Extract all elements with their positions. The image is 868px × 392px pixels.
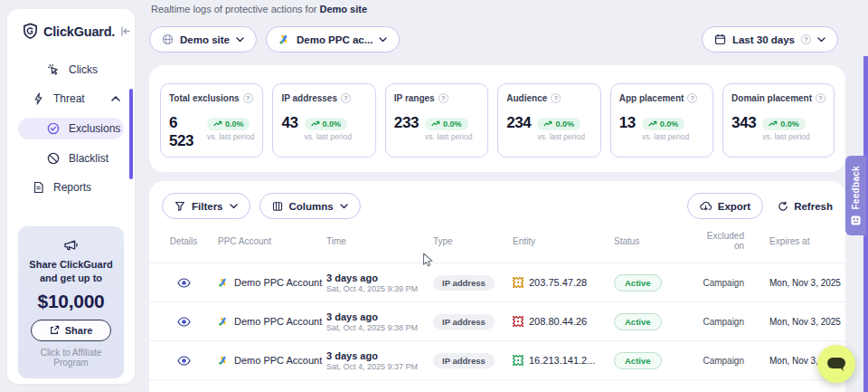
sidebar-item-exclusions[interactable]: Exclusions: [18, 118, 124, 139]
table-row[interactable]: Demo PPC Account 3 days agoSat, Oct 4, 2…: [149, 301, 845, 340]
sidebar-item-label: Exclusions: [69, 122, 120, 135]
column-header-details[interactable]: Details: [165, 236, 202, 246]
feedback-tab[interactable]: Feedback: [845, 156, 866, 235]
collapse-sidebar-icon[interactable]: [119, 25, 131, 37]
logo-text: ClickGuard.: [43, 24, 115, 39]
column-header-status[interactable]: Status: [607, 236, 697, 246]
entity-value: 16.213.141.2...: [529, 355, 595, 366]
stat-label: Audience: [506, 93, 547, 103]
column-header-ppc-account[interactable]: PPC Account: [202, 236, 319, 246]
chevron-down-icon: [236, 37, 244, 43]
sidebar-item-threat[interactable]: Threat: [7, 87, 135, 110]
stat-label: IP ranges: [394, 93, 435, 103]
document-icon: [33, 181, 44, 194]
google-ads-icon: [218, 277, 229, 288]
export-button[interactable]: Export: [687, 193, 763, 219]
logs-table-panel: Filters Columns Export: [149, 181, 845, 392]
entity-identicon: [513, 355, 524, 366]
help-icon[interactable]: [551, 93, 561, 103]
affiliate-promo-card[interactable]: Share ClickGuard and get up to $10,000 S…: [18, 226, 124, 378]
sidebar-item-reports[interactable]: Reports: [7, 176, 135, 199]
refresh-icon: [778, 201, 788, 212]
cursor-click-icon: [47, 63, 60, 76]
status-badge: Active: [614, 274, 662, 292]
entity-value: 203.75.47.28: [529, 277, 587, 288]
columns-button-label: Columns: [289, 201, 334, 212]
chat-widget-button[interactable]: [817, 345, 855, 383]
google-ads-icon: [278, 33, 290, 45]
excluded-on-value: Campaign: [697, 317, 744, 327]
type-badge: IP address: [433, 314, 495, 330]
delta-badge: 0.0%: [537, 118, 580, 130]
delta-badge: 0.0%: [305, 118, 348, 130]
share-button[interactable]: Share: [31, 320, 111, 341]
stat-label: Total exclusions: [169, 93, 240, 103]
time-relative: 3 days ago: [326, 311, 426, 322]
column-header-time[interactable]: Time: [319, 236, 426, 246]
table-header-row: Details PPC Account Time Type Entity Sta…: [149, 219, 845, 263]
site-selector-value: Demo site: [180, 34, 230, 45]
cloud-download-icon: [700, 201, 712, 212]
help-icon: [801, 34, 811, 44]
delta-badge: 0.0%: [425, 118, 468, 130]
expires-at-value: Mon, Nov 3, 2025: [744, 278, 841, 288]
stat-value: 233: [394, 114, 419, 132]
feedback-label: Feedback: [851, 166, 861, 210]
stat-label: App placement: [619, 93, 684, 103]
stat-card-ip-addresses: IP addresses 43 0.0% vs. last period: [272, 83, 375, 158]
site-selector[interactable]: Demo site: [149, 26, 257, 53]
export-button-label: Export: [718, 201, 750, 212]
stat-value: 43: [281, 114, 297, 132]
table-row[interactable]: Demo PPC Account 3 days agoSat, Oct 4, 2…: [149, 263, 845, 301]
stat-compare: vs. last period: [537, 132, 584, 141]
trend-up-icon: [311, 120, 320, 127]
sidebar-item-clicks[interactable]: Clicks: [7, 58, 135, 81]
promo-footnote: Click to Affiliate Program: [27, 348, 115, 368]
table-toolbar: Filters Columns Export: [149, 181, 845, 219]
sidebar-item-label: Blacklist: [69, 152, 108, 165]
refresh-button[interactable]: Refresh: [778, 201, 833, 212]
chevron-down-icon: [817, 37, 826, 43]
date-range-selector[interactable]: Last 30 days: [702, 26, 838, 53]
help-icon[interactable]: [341, 93, 351, 103]
view-details-eye-icon[interactable]: [177, 317, 191, 327]
google-ads-icon: [218, 316, 229, 327]
sidebar-item-blacklist[interactable]: Blacklist: [7, 147, 135, 170]
table-row[interactable]: Demo PPC Account 3 days agoSat, Oct 4, 2…: [149, 340, 845, 379]
filters-button-label: Filters: [192, 201, 223, 212]
account-selector[interactable]: Demo PPC ac...: [266, 26, 400, 53]
entity-identicon: [513, 277, 524, 288]
refresh-button-label: Refresh: [794, 201, 833, 212]
stat-compare: vs. last period: [207, 132, 254, 141]
column-header-type[interactable]: Type: [426, 236, 505, 246]
main-content: Realtime logs of protective actions for …: [149, 0, 845, 392]
stat-card-total-exclusions: Total exclusions 6 523 0.0% vs. last per…: [160, 83, 263, 158]
sidebar-item-label: Threat: [53, 92, 85, 105]
stat-card-app-placement: App placement 13 0.0% vs. last period: [610, 83, 713, 158]
view-details-eye-icon[interactable]: [177, 278, 191, 288]
help-icon[interactable]: [439, 93, 448, 103]
date-range-value: Last 30 days: [732, 34, 795, 45]
page-subtitle: Realtime logs of protective actions for …: [151, 4, 367, 14]
help-icon[interactable]: [816, 93, 826, 103]
column-header-excluded-on[interactable]: Excluded on: [697, 231, 744, 251]
help-icon[interactable]: [687, 93, 697, 103]
excluded-on-value: Campaign: [697, 356, 744, 366]
trend-up-icon: [431, 120, 440, 127]
smiley-icon: [851, 215, 861, 225]
stat-compare: vs. last period: [642, 132, 689, 141]
stats-panel: Total exclusions 6 523 0.0% vs. last per…: [149, 65, 845, 172]
trend-up-icon: [648, 120, 657, 127]
entity-identicon: [513, 316, 524, 327]
stat-card-audience: Audience 234 0.0% vs. last period: [497, 83, 600, 158]
column-header-expires-at[interactable]: Expires at: [744, 236, 829, 246]
help-icon[interactable]: [243, 93, 253, 103]
columns-button[interactable]: Columns: [259, 193, 361, 219]
filters-button[interactable]: Filters: [162, 193, 250, 219]
sidebar-scrollbar[interactable]: [129, 89, 133, 179]
view-details-eye-icon[interactable]: [177, 356, 191, 366]
lightning-icon: [33, 92, 44, 105]
external-link-icon: [50, 325, 60, 335]
filter-row: Demo site Demo PPC ac... Last 30 days: [149, 26, 845, 53]
column-header-entity[interactable]: Entity: [505, 236, 607, 246]
